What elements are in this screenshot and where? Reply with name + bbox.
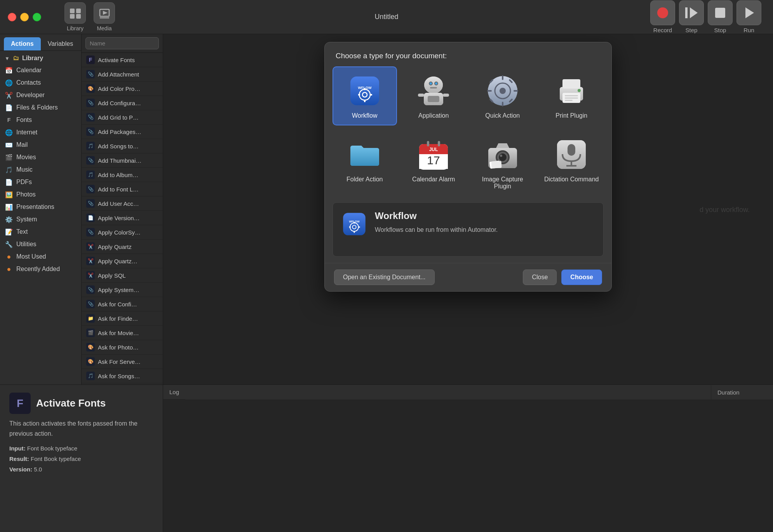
sidebar-item-developer[interactable]: ✂️ Developer xyxy=(0,89,81,101)
action-add-thumbnail[interactable]: 📎 Add Thumbnai… xyxy=(82,153,163,168)
bottom-right: Log Duration xyxy=(163,385,773,532)
action-ask-for-confi[interactable]: 📎 Ask for Confi… xyxy=(82,297,163,311)
workflow-label: Workflow xyxy=(352,112,378,119)
main-window: Library Media Untitled Record xyxy=(0,0,773,532)
tab-actions[interactable]: Actions xyxy=(4,37,41,50)
version-label: Version: xyxy=(9,466,32,473)
log-header: Log xyxy=(163,385,185,400)
bottom-left: F Activate Fonts This action activates t… xyxy=(0,385,163,532)
minimize-button[interactable] xyxy=(20,13,29,21)
sidebar-item-music[interactable]: 🎵 Music xyxy=(0,163,81,176)
sidebar-item-utilities[interactable]: 🔧 Utilities xyxy=(0,238,81,250)
svg-rect-58 xyxy=(438,141,440,146)
input-value: Font Book typeface xyxy=(27,445,77,452)
sidebar-item-files-folders[interactable]: 📄 Files & Folders xyxy=(0,101,81,114)
main-content: Actions Variables ▼ 🗂 Library 📅 Calendar… xyxy=(0,34,773,384)
action-add-to-font-l[interactable]: 📎 Add to Font L… xyxy=(82,182,163,196)
open-existing-button[interactable]: Open an Existing Document... xyxy=(334,269,435,285)
result-meta: Result: Font Book typeface xyxy=(9,454,153,464)
svg-rect-46 xyxy=(565,100,573,101)
action-ask-for-movie[interactable]: 🎬 Ask for Movie… xyxy=(82,326,163,340)
sidebar-item-photos[interactable]: 🖼️ Photos xyxy=(0,188,81,201)
action-apple-version[interactable]: 📄 Apple Version… xyxy=(82,211,163,225)
type-print-plugin[interactable]: Print Plugin xyxy=(540,66,604,125)
apple-version-icon: 📄 xyxy=(86,214,95,222)
type-image-capture[interactable]: Image Capture Plugin xyxy=(470,130,535,196)
dialog-types-grid: WFLOW xyxy=(325,66,611,202)
close-button[interactable] xyxy=(8,13,16,21)
action-apply-quartz2[interactable]: ✂️ Apply Quartz… xyxy=(82,254,163,268)
tab-variables[interactable]: Variables xyxy=(41,37,80,50)
action-activate-fonts[interactable]: F Activate Fonts xyxy=(82,53,163,67)
svg-rect-66 xyxy=(491,161,501,168)
action-apply-sql[interactable]: ✂️ Apply SQL xyxy=(82,268,163,283)
type-quick-action[interactable]: Quick Action xyxy=(470,66,535,125)
step-button[interactable]: Step xyxy=(679,0,704,33)
fullscreen-button[interactable] xyxy=(33,13,41,21)
sidebar-item-calendar[interactable]: 📅 Calendar xyxy=(0,64,81,76)
svg-point-64 xyxy=(500,155,502,157)
svg-rect-34 xyxy=(487,90,492,92)
action-add-color-pro[interactable]: 🎨 Add Color Pro… xyxy=(82,82,163,96)
search-input[interactable] xyxy=(85,37,159,49)
action-detail-desc: This action activates the fonts passed f… xyxy=(9,419,153,438)
sidebar-item-recently-added[interactable]: ● Recently Added xyxy=(0,263,81,275)
action-add-grid[interactable]: 📎 Add Grid to P… xyxy=(82,110,163,125)
type-calendar-alarm[interactable]: JUL 17 Calendar Alarm xyxy=(402,130,466,196)
stop-button[interactable]: Stop xyxy=(708,0,733,33)
action-ask-for-finde[interactable]: 📁 Ask for Finde… xyxy=(82,311,163,326)
action-ask-for-photo[interactable]: 🎨 Ask for Photo… xyxy=(82,340,163,355)
sidebar-library-section[interactable]: ▼ 🗂 Library xyxy=(0,52,81,64)
library-button[interactable]: Library xyxy=(64,2,86,31)
text-icon: 📝 xyxy=(5,228,13,236)
sidebar-item-pdfs[interactable]: 📄 PDFs xyxy=(0,176,81,188)
action-apply-colorsy[interactable]: 📎 Apply ColorSy… xyxy=(82,225,163,240)
sidebar-item-fonts[interactable]: F Fonts xyxy=(0,114,81,126)
application-label: Application xyxy=(418,112,449,119)
sidebar-item-presentations[interactable]: 📊 Presentations xyxy=(0,201,81,213)
record-button[interactable]: Record xyxy=(650,0,675,33)
developer-icon: ✂️ xyxy=(5,91,13,99)
run-button[interactable]: Run xyxy=(736,0,761,33)
action-apply-quartz[interactable]: ✂️ Apply Quartz xyxy=(82,240,163,254)
action-add-user-acc[interactable]: 📎 Add User Acc… xyxy=(82,196,163,211)
type-folder-action[interactable]: Folder Action xyxy=(333,130,397,196)
media-button[interactable]: Media xyxy=(94,2,115,31)
document-type-dialog: Choose a type for your document: xyxy=(324,42,612,292)
pdfs-icon: 📄 xyxy=(5,178,13,186)
svg-rect-44 xyxy=(565,95,578,96)
type-application[interactable]: Application xyxy=(402,66,466,125)
type-workflow[interactable]: WFLOW xyxy=(333,66,397,125)
action-apply-system[interactable]: 📎 Apply System… xyxy=(82,283,163,297)
action-add-configura[interactable]: 📎 Add Configura… xyxy=(82,96,163,110)
activate-fonts-icon: F xyxy=(86,56,95,64)
sidebar-item-internet[interactable]: 🌐 Internet xyxy=(0,126,81,139)
action-add-to-album[interactable]: 🎵 Add to Album… xyxy=(82,168,163,182)
add-packages-icon: 📎 xyxy=(86,127,95,136)
add-grid-icon: 📎 xyxy=(86,113,95,122)
calendar-icon: 📅 xyxy=(5,66,13,75)
description-box: WFLOW Workflow Workflows can xyxy=(333,202,604,257)
action-ask-for-serve[interactable]: 🎨 Ask For Serve… xyxy=(82,355,163,369)
sidebar: Actions Variables ▼ 🗂 Library 📅 Calendar… xyxy=(0,34,82,384)
svg-rect-78 xyxy=(349,226,351,228)
input-meta: Input: Font Book typeface xyxy=(9,443,153,454)
action-add-packages[interactable]: 📎 Add Packages… xyxy=(82,125,163,139)
action-add-songs[interactable]: 🎵 Add Songs to… xyxy=(82,139,163,153)
choose-button[interactable]: Choose xyxy=(561,269,602,285)
sidebar-item-system[interactable]: ⚙️ System xyxy=(0,213,81,226)
titlebar: Library Media Untitled Record xyxy=(0,0,773,34)
sidebar-item-contacts[interactable]: 🌐 Contacts xyxy=(0,76,81,89)
desc-content: Workflow Workflows can be run from withi… xyxy=(375,210,595,249)
action-add-attachment[interactable]: 📎 Add Attachment xyxy=(82,67,163,82)
dictation-command-icon xyxy=(554,137,589,172)
sidebar-item-mail[interactable]: ✉️ Mail xyxy=(0,139,81,151)
sidebar-item-most-used[interactable]: ● Most Used xyxy=(0,250,81,263)
type-dictation-command[interactable]: Dictation Command xyxy=(540,130,604,196)
sidebar-item-movies[interactable]: 🎬 Movies xyxy=(0,151,81,163)
sidebar-item-text[interactable]: 📝 Text xyxy=(0,226,81,238)
action-detail-title: F Activate Fonts xyxy=(9,393,153,414)
close-button[interactable]: Close xyxy=(523,269,557,285)
action-ask-for-songs[interactable]: 🎵 Ask for Songs… xyxy=(82,369,163,383)
media-label: Media xyxy=(97,25,111,31)
